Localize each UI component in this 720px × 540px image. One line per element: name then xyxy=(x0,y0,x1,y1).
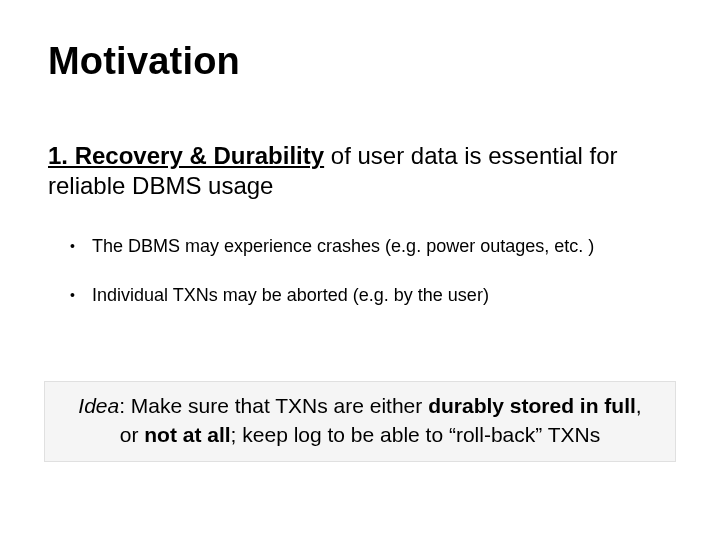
idea-bold-1: durably stored in full xyxy=(428,394,636,417)
bullet-item: Individual TXNs may be aborted (e.g. by … xyxy=(92,284,672,307)
bullet-item: The DBMS may experience crashes (e.g. po… xyxy=(92,235,672,258)
slide-title: Motivation xyxy=(48,40,672,83)
idea-rest: ; keep log to be able to “roll-back” TXN… xyxy=(231,423,601,446)
slide: Motivation 1. Recovery & Durability of u… xyxy=(0,0,720,540)
point-1-lead: 1. Recovery & Durability xyxy=(48,142,324,169)
idea-label: Idea xyxy=(78,394,119,417)
idea-callout: Idea: Make sure that TXNs are either dur… xyxy=(44,381,676,462)
idea-sep: : Make sure that TXNs are either xyxy=(119,394,428,417)
point-1: 1. Recovery & Durability of user data is… xyxy=(48,141,672,201)
bullet-list: The DBMS may experience crashes (e.g. po… xyxy=(48,235,672,308)
idea-bold-2: not at all xyxy=(144,423,230,446)
